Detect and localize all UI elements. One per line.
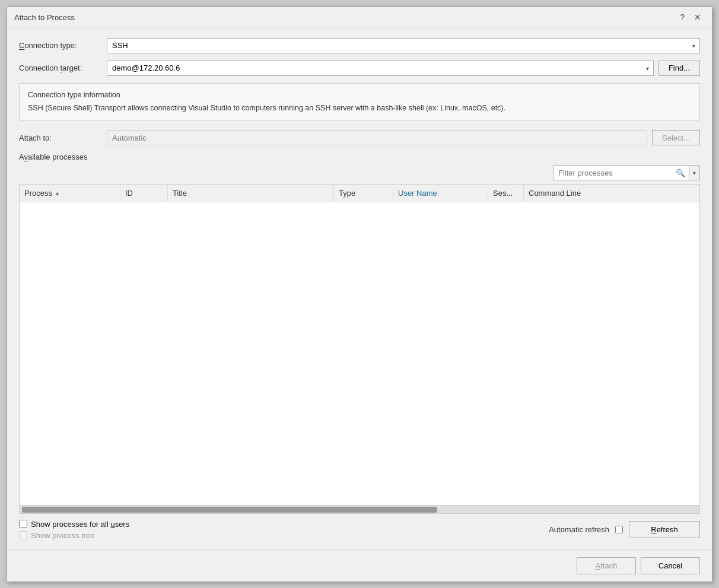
show-process-tree-checkbox <box>19 531 27 539</box>
refresh-button[interactable]: Refresh <box>629 521 700 538</box>
scrollbar-thumb <box>22 507 437 513</box>
help-button[interactable]: ? <box>676 11 688 23</box>
connection-target-input-wrapper: ▾ <box>107 61 654 76</box>
table-header: Process ▲ ID Title Type User Name <box>20 185 699 202</box>
column-header-cmdline[interactable]: Command Line <box>524 185 699 202</box>
filter-processes-input[interactable] <box>553 166 672 180</box>
search-icon: 🔍 <box>672 169 689 177</box>
column-title-label: Title <box>173 189 187 198</box>
process-table: Process ▲ ID Title Type User Name <box>19 184 700 514</box>
refresh-label-rest: efresh <box>657 525 678 534</box>
title-bar-actions: ? ✕ <box>676 11 705 23</box>
auto-refresh-label: Automatic refresh <box>549 525 609 534</box>
filter-dropdown-button[interactable]: ▾ <box>689 166 699 180</box>
info-box-text: SSH (Secure Shell) Transport allows conn… <box>28 103 691 114</box>
connection-type-select-wrapper: SSH Local Remote ▾ <box>107 38 700 53</box>
close-button[interactable]: ✕ <box>691 11 705 23</box>
column-process-label: Process <box>24 189 52 198</box>
show-all-users-label: Show processes for all users <box>31 520 129 529</box>
attach-to-input <box>107 130 647 145</box>
refresh-underline-r: R <box>651 525 656 534</box>
column-type-label: Type <box>339 189 355 198</box>
column-id-label: ID <box>125 189 133 198</box>
sort-ascending-icon: ▲ <box>55 190 60 196</box>
connection-type-select[interactable]: SSH Local Remote <box>107 38 700 53</box>
attach-button[interactable]: Attach <box>577 557 636 574</box>
title-bar: Attach to Process ? ✕ <box>7 7 712 28</box>
attach-label-rest: ttach <box>600 561 617 570</box>
auto-refresh-checkbox[interactable] <box>615 526 623 533</box>
available-processes-title: Available processes <box>19 152 700 161</box>
column-username-label: User Name <box>398 189 437 198</box>
column-cmdline-label: Command Line <box>529 189 581 198</box>
column-header-id[interactable]: ID <box>120 185 168 202</box>
show-process-tree-label: Show process tree <box>31 531 95 540</box>
connection-type-label: Connection type: <box>19 41 102 50</box>
attach-to-process-dialog: Attach to Process ? ✕ Connection type: S… <box>7 7 712 582</box>
info-box-title: Connection type information <box>28 90 691 101</box>
right-options: Automatic refresh Refresh <box>549 521 700 538</box>
dialog-content: Connection type: SSH Local Remote ▾ Conn… <box>7 28 712 549</box>
find-button[interactable]: Find... <box>658 61 700 76</box>
connection-target-input[interactable] <box>107 61 654 76</box>
column-header-title[interactable]: Title <box>168 185 334 202</box>
dialog-title: Attach to Process <box>14 13 75 22</box>
show-all-users-checkbox-label[interactable]: Show processes for all users <box>19 520 129 529</box>
column-header-session[interactable]: Ses... <box>488 185 524 202</box>
column-header-process[interactable]: Process ▲ <box>20 185 120 202</box>
select-button[interactable]: Select... <box>652 130 700 145</box>
filter-input-wrapper: 🔍 ▾ <box>553 165 700 180</box>
show-all-users-checkbox[interactable] <box>19 520 27 528</box>
column-session-label: Ses... <box>493 189 513 198</box>
left-options: Show processes for all users Show proces… <box>19 520 129 540</box>
horizontal-scrollbar[interactable] <box>20 505 699 513</box>
bottom-options: Show processes for all users Show proces… <box>19 520 700 540</box>
available-processes-section: Available processes 🔍 ▾ Process ▲ <box>19 152 700 540</box>
connection-target-row: Connection target: ▾ Find... <box>19 61 700 76</box>
connection-type-info-box: Connection type information SSH (Secure … <box>19 83 700 121</box>
table-body <box>20 202 699 505</box>
connection-type-row: Connection type: SSH Local Remote ▾ <box>19 38 700 53</box>
show-process-tree-checkbox-label: Show process tree <box>19 531 129 540</box>
attach-to-row: Attach to: Select... <box>19 130 700 145</box>
dialog-footer: Attach Cancel <box>7 549 712 581</box>
cancel-button[interactable]: Cancel <box>641 557 700 574</box>
attach-to-label: Attach to: <box>19 134 102 142</box>
column-header-type[interactable]: Type <box>334 185 393 202</box>
column-header-username[interactable]: User Name <box>393 185 488 202</box>
connection-target-label: Connection target: <box>19 63 102 72</box>
attach-underline-a: A <box>596 561 601 570</box>
filter-row: 🔍 ▾ <box>19 165 700 180</box>
